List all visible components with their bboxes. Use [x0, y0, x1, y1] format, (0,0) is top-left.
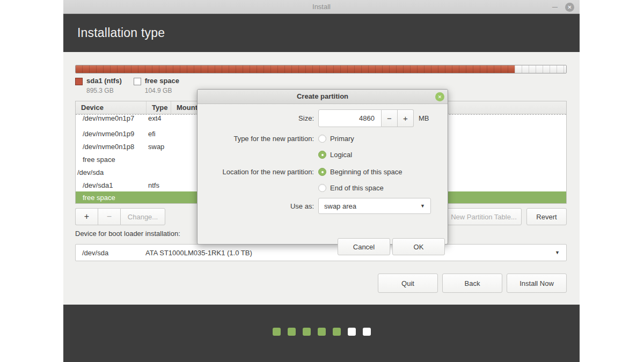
- radio-logical-label[interactable]: Logical: [330, 151, 352, 159]
- page-title: Installation type: [77, 26, 165, 40]
- radio-primary[interactable]: [318, 135, 326, 143]
- change-partition-button[interactable]: Change...: [120, 208, 165, 225]
- wizard-nav: Quit Back Install Now: [378, 274, 567, 293]
- location-end-row: End of this space: [197, 180, 448, 196]
- location-group-label: Location for the new partition:: [197, 168, 318, 176]
- page-header: Installation type: [63, 14, 580, 52]
- footer: [63, 305, 580, 362]
- use-as-value: swap area: [324, 202, 356, 210]
- use-as-label: Use as:: [197, 202, 318, 210]
- size-unit-label: MB: [419, 114, 429, 122]
- size-label: Size:: [197, 114, 318, 122]
- dropdown-arrow-icon: ▼: [420, 203, 425, 209]
- close-icon[interactable]: ✕: [565, 3, 574, 12]
- installer-window: Install ─ ✕ Installation type sda1 (ntfs…: [63, 0, 580, 362]
- dialog-close-icon[interactable]: ✕: [435, 92, 444, 101]
- back-button[interactable]: Back: [442, 274, 502, 293]
- size-input[interactable]: 4860: [318, 109, 382, 127]
- dialog-buttons: Cancel OK: [338, 238, 445, 255]
- progress-dot: [333, 328, 341, 336]
- column-header-device[interactable]: Device: [76, 101, 147, 114]
- location-beginning-row: Location for the new partition: Beginnin…: [197, 164, 448, 180]
- progress-dot: [363, 328, 371, 336]
- radio-primary-label[interactable]: Primary: [330, 135, 354, 143]
- radio-end-label[interactable]: End of this space: [330, 184, 384, 192]
- legend-label: free space: [145, 77, 179, 85]
- radio-beginning[interactable]: [318, 168, 326, 176]
- radio-end[interactable]: [318, 184, 326, 192]
- legend-item-sda1: sda1 (ntfs) 895.3 GB: [75, 77, 122, 94]
- progress-dot: [348, 328, 356, 336]
- minimize-icon[interactable]: ─: [552, 0, 558, 14]
- install-now-button[interactable]: Install Now: [507, 274, 567, 293]
- dialog-title: Create partition: [197, 90, 448, 104]
- type-group-label: Type for the new partition:: [197, 135, 318, 143]
- add-partition-button[interactable]: +: [75, 208, 98, 225]
- type-logical-row: Logical: [197, 146, 448, 162]
- partition-bar-segments: [76, 65, 566, 73]
- partition-legend: sda1 (ntfs) 895.3 GB free space 104.9 GB: [75, 77, 179, 94]
- column-header-type[interactable]: Type: [147, 101, 171, 114]
- radio-beginning-label[interactable]: Beginning of this space: [330, 168, 402, 176]
- window-title: Install: [63, 0, 580, 14]
- progress-dot: [273, 328, 281, 336]
- dropdown-arrow-icon: ▼: [555, 250, 566, 255]
- size-row: Size: 4860 − + MB: [197, 109, 448, 127]
- radio-logical[interactable]: [318, 151, 326, 159]
- boot-loader-select[interactable]: /dev/sda ATA ST1000LM035-1RK1 (1.0 TB) ▼: [75, 244, 567, 261]
- remove-partition-button[interactable]: −: [98, 208, 120, 225]
- size-decrement-button[interactable]: −: [382, 109, 398, 127]
- progress-dot: [303, 328, 311, 336]
- legend-swatch-white: [134, 78, 141, 85]
- legend-label: sda1 (ntfs): [86, 77, 122, 85]
- use-as-select[interactable]: swap area ▼: [318, 198, 431, 214]
- use-as-row: Use as: swap area ▼: [197, 198, 448, 214]
- revert-button[interactable]: Revert: [526, 208, 567, 225]
- legend-swatch-red: [75, 78, 83, 85]
- legend-size: 895.3 GB: [86, 87, 122, 94]
- dialog-titlebar: Create partition ✕: [197, 90, 448, 104]
- create-partition-dialog: Create partition ✕ Size: 4860 − + MB Typ…: [197, 89, 448, 245]
- progress-dot: [318, 328, 326, 336]
- progress-dot: [288, 328, 296, 336]
- legend-item-free-space: free space 104.9 GB: [134, 77, 179, 94]
- boot-loader-device: /dev/sda: [76, 249, 145, 257]
- quit-button[interactable]: Quit: [378, 274, 438, 293]
- titlebar: Install ─ ✕: [63, 0, 580, 14]
- legend-size: 104.9 GB: [145, 87, 179, 94]
- boot-loader-label: Device for boot loader installation:: [75, 230, 180, 238]
- ok-button[interactable]: OK: [392, 238, 445, 255]
- partition-usage-bar: [75, 65, 567, 73]
- size-increment-button[interactable]: +: [398, 109, 414, 127]
- cancel-button[interactable]: Cancel: [338, 238, 390, 255]
- new-partition-table-button[interactable]: New Partition Table...: [446, 208, 522, 225]
- type-primary-row: Type for the new partition: Primary: [197, 130, 448, 146]
- progress-dots: [273, 328, 371, 336]
